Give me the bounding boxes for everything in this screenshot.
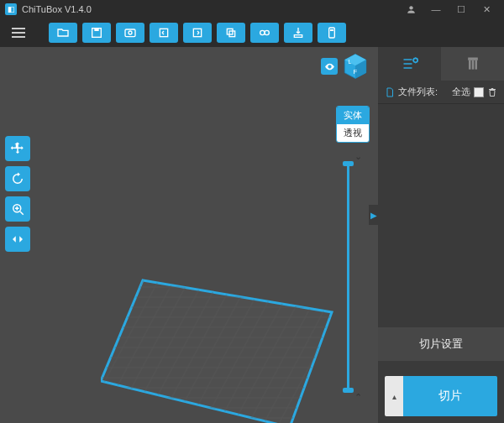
svg-rect-23 xyxy=(475,60,477,70)
slider-handle-bottom[interactable] xyxy=(343,388,354,393)
repair-button[interactable] xyxy=(318,23,346,43)
view-solid-button[interactable]: 实体 xyxy=(337,107,369,124)
minimize-button[interactable]: — xyxy=(423,0,449,18)
save-button[interactable] xyxy=(82,23,111,43)
svg-rect-24 xyxy=(471,60,474,70)
view-cube-container: L F xyxy=(321,52,370,81)
dig-hole-button[interactable] xyxy=(284,23,312,43)
maximize-button[interactable]: ☐ xyxy=(449,0,474,18)
scale-tool[interactable] xyxy=(5,196,30,222)
user-icon[interactable] xyxy=(398,0,423,18)
svg-rect-12 xyxy=(330,29,333,31)
slice-row: ▴ 切片 xyxy=(385,376,497,416)
support-tab[interactable] xyxy=(441,47,504,81)
slice-expand-button[interactable]: ▴ xyxy=(385,376,403,416)
app-icon: ◧ xyxy=(5,3,17,15)
file-list-body xyxy=(378,104,504,327)
view-cube[interactable]: L F xyxy=(341,52,370,81)
slider-handle-top[interactable] xyxy=(343,161,354,166)
move-tool[interactable] xyxy=(5,136,30,161)
open-button[interactable] xyxy=(49,23,77,43)
redo-button[interactable] xyxy=(183,23,212,43)
select-all-checkbox[interactable] xyxy=(474,87,484,97)
close-button[interactable]: ✕ xyxy=(474,0,499,18)
svg-point-9 xyxy=(260,30,265,34)
svg-rect-3 xyxy=(125,29,135,37)
screenshot-button[interactable] xyxy=(116,23,144,43)
cube-front-label: F xyxy=(353,68,357,76)
panel-tabs xyxy=(378,47,504,81)
svg-rect-6 xyxy=(193,29,201,36)
hollow-button[interactable] xyxy=(250,23,279,43)
file-list-label: 文件列表: xyxy=(398,86,438,98)
svg-rect-11 xyxy=(329,28,335,38)
rotate-tool[interactable] xyxy=(5,166,30,191)
right-panel: 文件列表: 全选 切片设置 ▴ 切片 xyxy=(378,47,504,423)
slice-button[interactable]: 切片 xyxy=(403,376,497,416)
svg-point-20 xyxy=(413,58,417,62)
file-icon xyxy=(385,86,395,98)
undo-button[interactable] xyxy=(150,23,178,43)
app-title: ChiTuBox V1.4.0 xyxy=(22,4,92,14)
view-eye-button[interactable] xyxy=(321,58,338,75)
slice-settings-button[interactable]: 切片设置 xyxy=(378,327,504,361)
viewport-3d[interactable]: L F 实体 透视 ⌄ ⌃ ▶ xyxy=(0,47,378,423)
layer-slider[interactable]: ⌄ ⌃ xyxy=(339,151,356,403)
svg-rect-22 xyxy=(469,60,471,70)
panel-collapse-button[interactable]: ▶ xyxy=(369,205,378,225)
build-platform xyxy=(101,247,344,423)
file-list-header: 文件列表: 全选 xyxy=(378,81,504,104)
menu-button[interactable] xyxy=(7,22,30,44)
titlebar: ◧ ChiTuBox V1.4.0 — ☐ ✕ xyxy=(0,0,504,18)
select-all-label: 全选 xyxy=(452,86,470,98)
top-toolbar xyxy=(0,18,504,47)
view-mode-toggle: 实体 透视 xyxy=(336,106,370,143)
chevron-up-icon[interactable]: ⌃ xyxy=(354,392,362,403)
list-settings-tab[interactable] xyxy=(378,47,441,81)
cube-top-label: L xyxy=(349,59,352,65)
copy-button[interactable] xyxy=(217,23,245,43)
svg-marker-15 xyxy=(101,280,332,423)
mirror-tool[interactable] xyxy=(5,227,30,252)
view-perspective-button[interactable]: 透视 xyxy=(337,124,369,142)
svg-rect-5 xyxy=(160,29,167,36)
svg-point-10 xyxy=(265,30,269,34)
svg-rect-2 xyxy=(94,29,98,31)
trash-icon[interactable] xyxy=(487,86,497,98)
chevron-down-icon[interactable]: ⌄ xyxy=(354,151,362,162)
svg-rect-21 xyxy=(468,58,478,60)
transform-tools xyxy=(5,136,30,252)
svg-point-4 xyxy=(129,31,132,34)
svg-point-0 xyxy=(409,6,412,9)
